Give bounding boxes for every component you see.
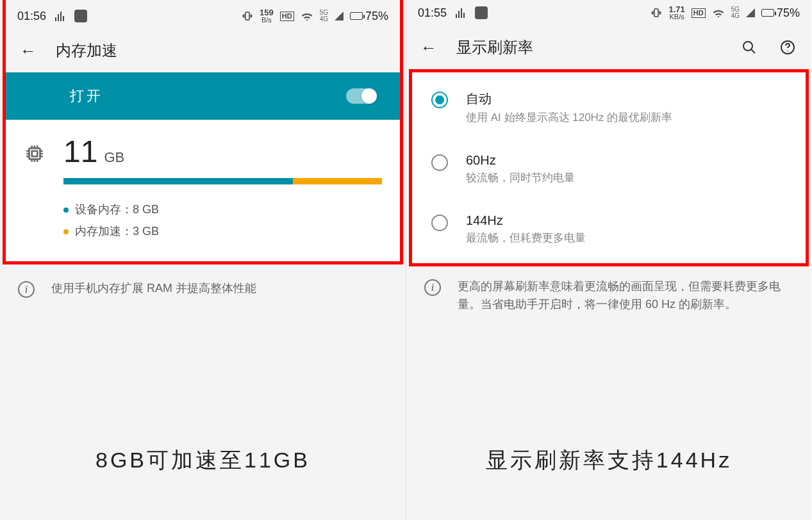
help-icon[interactable] bbox=[778, 38, 797, 57]
svg-point-4 bbox=[743, 42, 752, 51]
info-icon: i bbox=[424, 279, 441, 296]
highlight-box-memory: 01:56 159B/s HD 5G4G 75% ← 内存加速 bbox=[3, 0, 403, 264]
page-header: ← 内存加速 bbox=[6, 29, 400, 72]
status-bar: 01:55 1.71KB/s HD 5G4G 75% bbox=[406, 0, 811, 26]
signal-icon bbox=[335, 12, 344, 20]
option-title: 60Hz bbox=[466, 153, 575, 168]
hd-icon: HD bbox=[280, 12, 294, 21]
enable-toggle-row[interactable]: 打开 bbox=[6, 72, 400, 120]
hd-icon: HD bbox=[692, 8, 706, 18]
refresh-option[interactable]: 144Hz最流畅，但耗费更多电量 bbox=[412, 199, 806, 259]
clock: 01:56 bbox=[17, 10, 46, 23]
notification-icon bbox=[74, 10, 87, 22]
net-gen: 5G4G bbox=[320, 10, 328, 22]
info-text: 使用手机内存扩展 RAM 并提高整体性能 bbox=[51, 280, 256, 298]
wifi-icon bbox=[301, 11, 313, 21]
toggle-label: 打开 bbox=[70, 86, 103, 106]
radio-icon[interactable] bbox=[431, 154, 448, 171]
signal-icon bbox=[746, 8, 755, 17]
caption: 显示刷新率支持144Hz bbox=[406, 446, 811, 520]
screenshot-memory-boost: 01:56 159B/s HD 5G4G 75% ← 内存加速 bbox=[0, 0, 406, 520]
info-text: 更高的屏幕刷新率意味着更流畅的画面呈现，但需要耗费更多电量。当省电助手开启时，将… bbox=[458, 278, 793, 314]
page-title: 内存加速 bbox=[56, 40, 117, 61]
svg-rect-1 bbox=[29, 149, 40, 159]
option-subtitle: 较流畅，同时节约电量 bbox=[466, 170, 575, 185]
radio-icon[interactable] bbox=[431, 215, 448, 231]
refresh-option[interactable]: 60Hz较流畅，同时节约电量 bbox=[412, 139, 806, 199]
radio-checked-icon[interactable] bbox=[431, 92, 448, 108]
legend: 设备内存：8 GB 内存加速：3 GB bbox=[63, 199, 382, 242]
option-subtitle: 使用 AI 始终显示高达 120Hz 的最优刷新率 bbox=[466, 110, 672, 125]
battery-indicator: 75% bbox=[761, 6, 800, 20]
net-gen: 5G4G bbox=[731, 6, 740, 19]
caption: 8GB可加速至11GB bbox=[0, 446, 406, 520]
page-title: 显示刷新率 bbox=[456, 37, 533, 58]
notification-icon bbox=[475, 6, 488, 19]
info-icon: i bbox=[18, 281, 35, 298]
chip-icon bbox=[24, 143, 46, 165]
battery-indicator: 75% bbox=[350, 10, 388, 23]
vibrate-icon bbox=[242, 10, 253, 22]
screenshot-refresh-rate: 01:55 1.71KB/s HD 5G4G 75% ← 显示刷新率 自动使用 … bbox=[406, 0, 811, 520]
svg-rect-0 bbox=[245, 12, 249, 20]
search-icon[interactable] bbox=[740, 38, 759, 57]
page-header: ← 显示刷新率 bbox=[406, 26, 811, 69]
memory-bar bbox=[63, 178, 382, 184]
back-icon[interactable]: ← bbox=[420, 38, 437, 58]
equalizer-icon bbox=[55, 11, 64, 21]
vibrate-icon bbox=[650, 7, 662, 19]
equalizer-icon bbox=[456, 8, 465, 18]
legend-device-memory: 设备内存：8 GB bbox=[63, 199, 382, 220]
status-bar: 01:56 159B/s HD 5G4G 75% bbox=[6, 3, 400, 29]
refresh-option[interactable]: 自动使用 AI 始终显示高达 120Hz 的最优刷新率 bbox=[412, 76, 806, 139]
highlight-box-refresh: 自动使用 AI 始终显示高达 120Hz 的最优刷新率60Hz较流畅，同时节约电… bbox=[409, 69, 809, 266]
net-speed: 159B/s bbox=[260, 8, 274, 24]
net-speed: 1.71KB/s bbox=[668, 5, 684, 20]
back-icon[interactable]: ← bbox=[20, 41, 37, 61]
svg-rect-2 bbox=[32, 151, 38, 157]
memory-card: 11 GB 设备内存：8 GB 内存加速：3 GB bbox=[6, 120, 400, 261]
option-subtitle: 最流畅，但耗费更多电量 bbox=[466, 231, 586, 245]
toggle-switch-on[interactable] bbox=[346, 88, 376, 104]
info-row: i 更高的屏幕刷新率意味着更流畅的画面呈现，但需要耗费更多电量。当省电助手开启时… bbox=[406, 266, 811, 325]
wifi-icon bbox=[712, 8, 725, 18]
option-title: 144Hz bbox=[466, 213, 586, 228]
total-memory: 11 GB bbox=[63, 134, 382, 169]
option-title: 自动 bbox=[466, 90, 672, 108]
svg-rect-3 bbox=[654, 9, 658, 17]
clock: 01:55 bbox=[418, 6, 447, 20]
svg-point-6 bbox=[787, 51, 788, 52]
legend-boost-memory: 内存加速：3 GB bbox=[63, 220, 382, 242]
info-row: i 使用手机内存扩展 RAM 并提高整体性能 bbox=[0, 268, 406, 309]
